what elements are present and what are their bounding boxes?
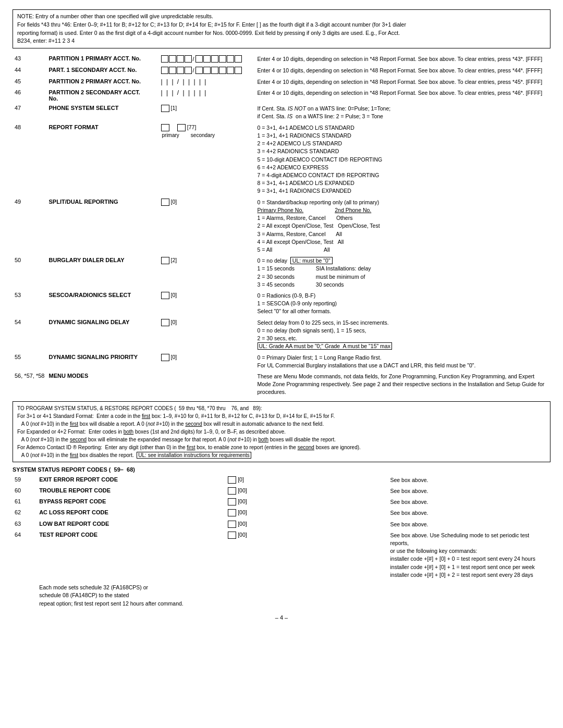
field-desc-61: See box above. (388, 497, 550, 508)
field-input-54: [0] (159, 317, 255, 352)
field-num-46: 46 (13, 88, 47, 103)
field-label-47: PHONE SYSTEM SELECT (47, 103, 159, 122)
table-row: 56, *57, *58 MENU MODES These are Menu M… (13, 371, 550, 398)
table-row: 62 AC LOSS REPORT CODE [00] See box abov… (13, 508, 550, 519)
input-box[interactable] (177, 55, 184, 63)
field-label-64: TEST REPORT CODE (37, 530, 226, 581)
field-desc-44: Enter 4 or 10 digits, depending on selec… (255, 65, 551, 77)
input-box[interactable] (227, 67, 234, 74)
field-input-63: [00] (226, 519, 388, 530)
field-input-47: [1] (159, 103, 255, 122)
table-row: 43 PARTITION 1 PRIMARY ACCT. No. / E (13, 54, 550, 65)
field-input-46: | | | / | | | | | (159, 88, 255, 103)
field-num-45: 45 (13, 77, 47, 88)
input-box[interactable] (219, 55, 226, 63)
bottom-note-line3: A 0 (not #+10) in the first box will dis… (17, 420, 546, 428)
input-box[interactable] (169, 67, 176, 74)
system-status-header: SYSTEM STATUS REPORT CODES ( 59– 68) (13, 466, 550, 473)
field-label-61: BYPASS REPORT CODE (37, 497, 226, 508)
input-box-59[interactable] (228, 476, 236, 484)
bottom-note-line4: For Expanded or 4+2 Format: Enter codes … (17, 428, 546, 436)
input-box[interactable] (203, 67, 211, 74)
input-box[interactable] (169, 55, 176, 63)
input-box-50[interactable] (161, 257, 169, 264)
field-num-49: 49 (13, 197, 47, 256)
input-box[interactable] (211, 55, 218, 63)
bottom-note: TO PROGRAM SYSTEM STATUS, & RESTORE REPO… (13, 401, 550, 462)
field-num-53: 53 (13, 290, 47, 317)
input-box-55[interactable] (161, 354, 169, 361)
field-label-46: PARTITION 2 SECONDARY ACCT.No. (47, 88, 159, 103)
field-num-63: 63 (13, 519, 37, 530)
input-box-49[interactable] (161, 199, 169, 206)
note-box: NOTE: Entry of a number other than one s… (13, 9, 550, 48)
input-box[interactable] (161, 55, 168, 63)
input-box[interactable] (185, 55, 192, 63)
input-box-61a[interactable] (228, 498, 236, 505)
field-input-56 (159, 371, 255, 398)
field-input-43: / (159, 54, 255, 65)
input-box-60a[interactable] (228, 487, 236, 495)
input-box[interactable] (235, 55, 242, 63)
field-desc-59: See box above. (388, 475, 550, 486)
table-row: 44 PART. 1 SECONDARY ACCT. No. / Ent (13, 65, 550, 77)
field-desc-64: See box above. Use Scheduling mode to se… (388, 530, 550, 581)
field-num-60: 60 (13, 486, 37, 497)
field-desc-56: These are Menu Mode commands, not data f… (255, 371, 551, 398)
table-row: 49 SPLIT/DUAL REPORTING [0] 0 = Standard… (13, 197, 550, 256)
table-row: 46 PARTITION 2 SECONDARY ACCT.No. | | | … (13, 88, 550, 103)
field-desc-50: 0 = no delay UL: must be "0" 1 = 15 seco… (255, 255, 551, 290)
field-num-44: 44 (13, 65, 47, 77)
table-row: 53 SESCOA/RADIONICS SELECT [0] 0 = Radio… (13, 290, 550, 317)
field-desc-45: Enter 4 or 10 digits, depending on selec… (255, 77, 551, 88)
field-num-64: 64 (13, 530, 37, 581)
input-box-62a[interactable] (228, 509, 236, 516)
input-box-54[interactable] (161, 319, 169, 326)
input-box-47[interactable] (161, 105, 169, 112)
field-desc-62: See box above. (388, 508, 550, 519)
installer-commands (388, 581, 550, 609)
field-label-45: PARTITION 2 PRIMARY ACCT. No. (47, 77, 159, 88)
input-box[interactable] (185, 67, 192, 74)
field-label-50: BURGLARY DIALER DELAY (47, 255, 159, 290)
field-num-54: 54 (13, 317, 47, 352)
input-box[interactable] (177, 67, 184, 74)
input-box[interactable] (161, 67, 168, 74)
input-box-53[interactable] (161, 292, 169, 299)
input-box-48-primary[interactable] (161, 124, 169, 131)
input-box[interactable] (227, 55, 234, 63)
field-input-55: [0] (159, 352, 255, 371)
field-input-53: [0] (159, 290, 255, 317)
table-row: 64 TEST REPORT CODE [00] See box above. … (13, 530, 550, 581)
field-input-50: [2] (159, 255, 255, 290)
input-box[interactable] (203, 55, 211, 63)
field-num-56: 56, *57, *58 (13, 371, 47, 398)
bottom-note-line1: TO PROGRAM SYSTEM STATUS, & RESTORE REPO… (17, 404, 546, 412)
field-desc-60: See box above. (388, 486, 550, 497)
field-desc-63: See box above. (388, 519, 550, 530)
table-row: 48 REPORT FORMAT [77] primary secondary … (13, 122, 550, 197)
input-box[interactable] (235, 67, 242, 74)
field-desc-46: Enter 4 or 10 digits, depending on selec… (255, 88, 551, 103)
field-input-59: [0] (226, 475, 388, 486)
field-label-55: DYNAMIC SIGNALING PRIORITY (47, 352, 159, 371)
field-num-62: 62 (13, 508, 37, 519)
table-row: 47 PHONE SYSTEM SELECT [1] If Cent. Sta.… (13, 103, 550, 122)
table-row: 59 EXIT ERROR REPORT CODE [0] See box ab… (13, 475, 550, 486)
input-box[interactable] (195, 67, 203, 74)
field-desc-53: 0 = Radionics (0-9, B-F) 1 = SESCOA (0-9… (255, 290, 551, 317)
input-box[interactable] (211, 67, 218, 74)
field-label-60: TROUBLE REPORT CODE (37, 486, 226, 497)
field-label-56: MENU MODES (47, 371, 159, 398)
input-box[interactable] (219, 67, 226, 74)
field-input-61: [00] (226, 497, 388, 508)
system-status-table: 59 EXIT ERROR REPORT CODE [0] See box ab… (13, 475, 550, 609)
table-row: 63 LOW BAT REPORT CODE [00] See box abov… (13, 519, 550, 530)
field-num-47: 47 (13, 103, 47, 122)
input-box-48-secondary[interactable] (177, 124, 186, 131)
table-row-schedule: Each mode sets schedule 32 (FA168CPS) or… (13, 581, 550, 609)
input-box[interactable] (195, 55, 203, 63)
field-label-63: LOW BAT REPORT CODE (37, 519, 226, 530)
input-box-63a[interactable] (228, 521, 236, 528)
input-box-64a[interactable] (228, 532, 236, 539)
